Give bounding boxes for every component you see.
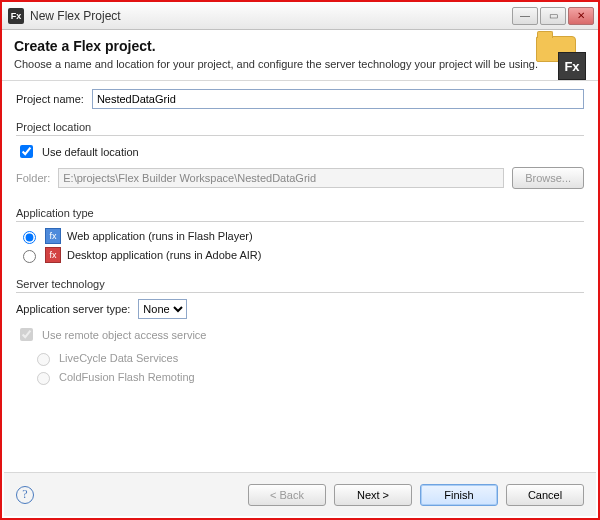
coldfusion-input [37, 372, 50, 385]
title-bar: Fx New Flex Project — ▭ ✕ [2, 2, 598, 30]
remote-object-input [20, 328, 33, 341]
folder-input [58, 168, 504, 188]
wizard-heading: Create a Flex project. [14, 38, 586, 54]
remote-object-label: Use remote object access service [42, 329, 206, 341]
maximize-button[interactable]: ▭ [540, 7, 566, 25]
application-type-group-label: Application type [16, 207, 584, 219]
help-icon[interactable]: ? [16, 486, 34, 504]
server-technology-group-label: Server technology [16, 278, 584, 290]
web-application-label: Web application (runs in Flash Player) [67, 230, 253, 242]
browse-button: Browse... [512, 167, 584, 189]
desktop-application-label: Desktop application (runs in Adobe AIR) [67, 249, 261, 261]
web-application-input[interactable] [23, 231, 36, 244]
coldfusion-radio: ColdFusion Flash Remoting [32, 369, 584, 385]
back-button: < Back [248, 484, 326, 506]
wizard-subheading: Choose a name and location for your proj… [14, 58, 586, 70]
wizard-footer: ? < Back Next > Finish Cancel [4, 472, 596, 516]
close-button[interactable]: ✕ [568, 7, 594, 25]
cancel-button[interactable]: Cancel [506, 484, 584, 506]
minimize-button[interactable]: — [512, 7, 538, 25]
finish-button[interactable]: Finish [420, 484, 498, 506]
coldfusion-label: ColdFusion Flash Remoting [59, 371, 195, 383]
project-location-group-label: Project location [16, 121, 584, 133]
web-application-radio[interactable]: fx Web application (runs in Flash Player… [18, 228, 584, 244]
folder-label: Folder: [16, 172, 50, 184]
application-server-type-label: Application server type: [16, 303, 130, 315]
wizard-header: Create a Flex project. Choose a name and… [2, 30, 598, 81]
use-default-location-input[interactable] [20, 145, 33, 158]
desktop-application-radio[interactable]: fx Desktop application (runs in Adobe AI… [18, 247, 584, 263]
livecycle-label: LiveCycle Data Services [59, 352, 178, 364]
remote-object-checkbox: Use remote object access service [16, 325, 584, 344]
livecycle-input [37, 353, 50, 366]
app-icon: Fx [8, 8, 24, 24]
livecycle-radio: LiveCycle Data Services [32, 350, 584, 366]
window-title: New Flex Project [30, 9, 121, 23]
project-name-label: Project name: [16, 93, 84, 105]
next-button[interactable]: Next > [334, 484, 412, 506]
flash-player-icon: fx [45, 228, 61, 244]
flex-project-icon: Fx [532, 36, 586, 80]
desktop-application-input[interactable] [23, 250, 36, 263]
adobe-air-icon: fx [45, 247, 61, 263]
use-default-location-label: Use default location [42, 146, 139, 158]
project-name-input[interactable] [92, 89, 584, 109]
application-server-type-select[interactable]: None [138, 299, 187, 319]
use-default-location-checkbox[interactable]: Use default location [16, 142, 584, 161]
